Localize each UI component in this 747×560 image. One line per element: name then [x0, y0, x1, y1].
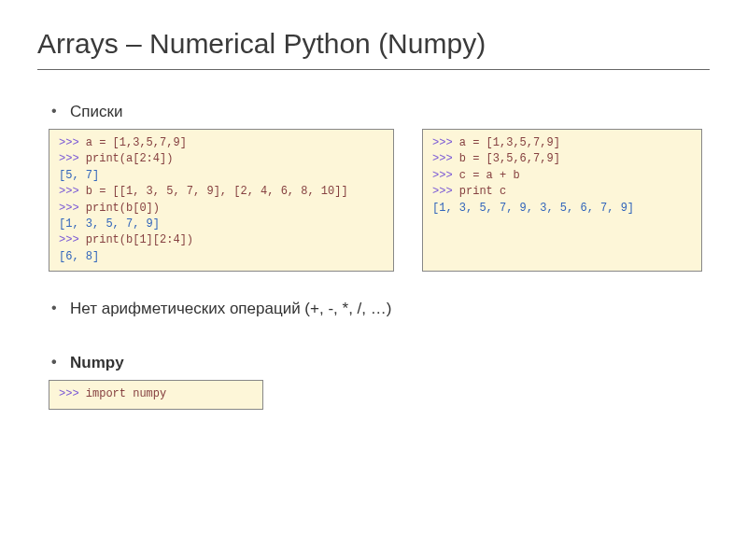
- bullet-noarith: Нет арифметических операций (+, -, *, /,…: [70, 300, 710, 318]
- title-divider: [37, 69, 710, 70]
- code-row: >>> a = [1,3,5,7,9] >>> print(a[2:4]) [5…: [37, 129, 710, 272]
- bullet-lists: Списки: [70, 103, 710, 121]
- bullet-numpy: Numpy: [70, 354, 710, 372]
- codebox-left: >>> a = [1,3,5,7,9] >>> print(a[2:4]) [5…: [49, 129, 394, 272]
- codebox-import: >>> import numpy: [49, 380, 263, 409]
- slide-title: Arrays – Numerical Python (Numpy): [37, 28, 710, 60]
- codebox-right: >>> a = [1,3,5,7,9] >>> b = [3,5,6,7,9] …: [422, 129, 702, 272]
